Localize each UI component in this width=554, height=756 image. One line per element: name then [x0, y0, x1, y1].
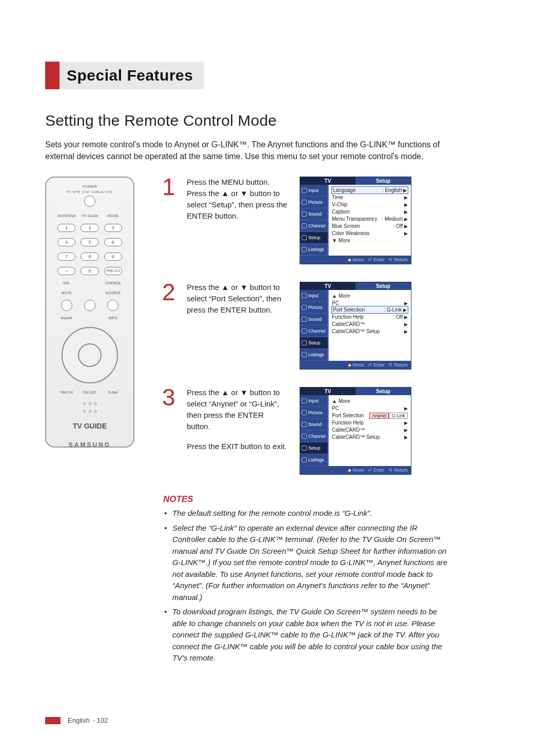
footer-swatch — [45, 717, 61, 724]
step-text: Press the MENU button.Press the ▲ or ▼ b… — [187, 177, 292, 264]
header-accent — [45, 62, 60, 89]
step-text: Press the ▲ or ▼ button to select “Port … — [187, 282, 292, 370]
osd-screenshot: TVSetup InputPictureSoundChannelSetupLis… — [300, 177, 411, 264]
notes-heading: NOTES — [163, 494, 450, 505]
remote-power-button — [84, 196, 95, 207]
osd-screenshot: TVSetup InputPictureSoundChannelSetupLis… — [300, 282, 411, 370]
tv-guide-logo: TV GUIDE — [46, 422, 133, 430]
section-header: Special Features — [45, 62, 510, 89]
note-item: To download program listings, the TV Gui… — [163, 606, 450, 664]
step-2: 2 Press the ▲ or ▼ button to select “Por… — [162, 282, 510, 370]
remote-illustration: POWER TV STB VCR CABLE DVD ANTENNA TV Gu… — [45, 177, 134, 448]
header-title: Special Features — [67, 67, 193, 84]
page-title: Setting the Remote Control Mode — [45, 112, 510, 129]
note-item: The default setting for the remote contr… — [163, 508, 450, 519]
step-number: 1 — [162, 177, 180, 198]
footer-lang: English — [68, 716, 90, 724]
remote-dpad — [62, 327, 118, 383]
step-text: Press the ▲ or ▼ button to select “Anyne… — [187, 387, 292, 475]
remote-power-label: POWER — [46, 185, 133, 188]
note-item: Select the “G-Link” to operate an extern… — [163, 522, 450, 604]
footer-page: - 102 — [93, 716, 108, 724]
osd-screenshot: TVSetup InputPictureSoundChannelSetupLis… — [300, 387, 411, 475]
page-footer: English - 102 — [45, 716, 108, 724]
notes: NOTES The default setting for the remote… — [163, 494, 450, 664]
step-number: 3 — [162, 387, 180, 408]
step-3: 3 Press the ▲ or ▼ button to select “Any… — [162, 387, 510, 475]
step-1: 1 Press the MENU button.Press the ▲ or ▼… — [162, 177, 510, 264]
intro-text: Sets your remote control's mode to Anyne… — [45, 139, 445, 162]
remote-mode-row: TV STB VCR CABLE DVD — [46, 190, 133, 193]
remote-brand: SAMSUNG — [46, 441, 133, 449]
step-number: 2 — [162, 282, 180, 303]
